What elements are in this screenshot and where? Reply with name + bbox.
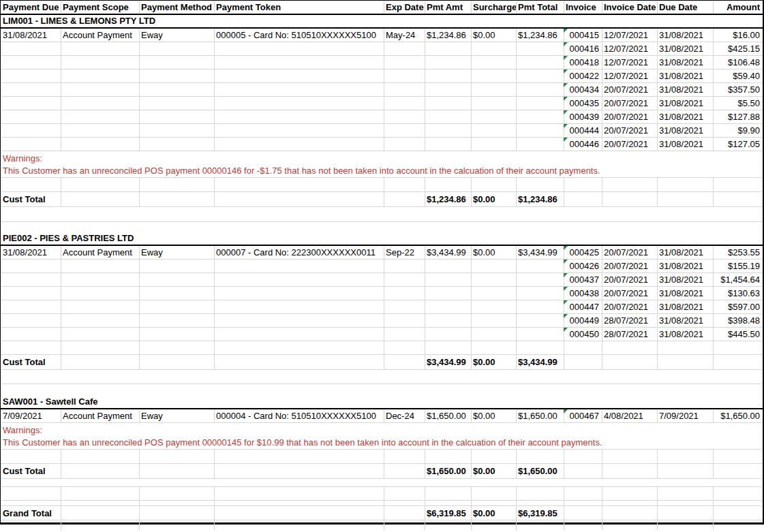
cust-total-pmt-amt[interactable]: $1,234.86 [425,193,471,206]
grand-total-label[interactable]: Grand Total [1,507,61,520]
cell-amount[interactable]: $398.48 [713,314,763,327]
cell-pmt-amt[interactable]: $1,650.00 [425,409,471,422]
cell-due-date[interactable]: 31/08/2021 [657,83,713,96]
cell-amount[interactable]: $1,454.64 [713,273,763,286]
cust-total-pmt-total[interactable]: $1,234.86 [516,193,564,206]
col-header-payment-due[interactable]: Payment Due [1,1,61,14]
cell-amount[interactable]: $5.50 [713,97,763,110]
cell-amount[interactable]: $9.90 [713,124,763,137]
cell-pmt-amt[interactable]: $3,434.99 [425,246,471,259]
cell-due-date[interactable]: 31/08/2021 [657,314,713,327]
cell-invoice-number[interactable]: 000446 [564,138,602,151]
cell-due-date[interactable]: 31/08/2021 [657,97,713,110]
col-header-exp-date[interactable]: Exp Date [384,1,425,14]
cell-invoice-number[interactable]: 000444 [564,124,602,137]
cell-invoice-number[interactable]: 000418 [564,56,602,69]
col-header-pmt-total[interactable]: Pmt Total [516,1,564,14]
cell-invoice-number[interactable]: 000450 [564,328,602,341]
cell-amount[interactable]: $1,650.00 [713,409,763,422]
cell-pmt-total[interactable]: $3,434.99 [516,246,564,259]
cell-surcharge[interactable]: $0.00 [471,246,516,259]
cust-total-surcharge[interactable]: $0.00 [471,193,516,206]
cust-total-surcharge[interactable]: $0.00 [471,356,516,369]
cell-surcharge[interactable]: $0.00 [471,409,516,422]
cell-exp-date[interactable]: Dec-24 [384,409,425,422]
cust-total-label[interactable]: Cust Total [1,465,61,478]
cell-payment-method[interactable]: Eway [139,29,214,42]
cust-total-pmt-total[interactable]: $1,650.00 [516,465,564,478]
cell-due-date[interactable]: 31/08/2021 [657,29,713,42]
cell-invoice-number[interactable]: 000425 [564,246,602,259]
cell-due-date[interactable]: 31/08/2021 [657,124,713,137]
cell-invoice-date[interactable]: 20/07/2021 [602,246,657,259]
cell-pmt-total[interactable]: $1,234.86 [516,29,564,42]
cell-due-date[interactable]: 31/08/2021 [657,42,713,55]
col-header-payment-method[interactable]: Payment Method [139,1,214,14]
grand-total-surcharge[interactable]: $0.00 [471,507,516,520]
cell-due-date[interactable]: 31/08/2021 [657,56,713,69]
grand-total-pmt-amt[interactable]: $6,319.85 [425,507,471,520]
cell-invoice-date[interactable]: 12/07/2021 [602,56,657,69]
cell-amount[interactable]: $59.40 [713,69,763,82]
cell-due-date[interactable]: 31/08/2021 [657,260,713,272]
cell-invoice-number[interactable]: 000416 [564,42,602,55]
cell-invoice-number[interactable]: 000467 [564,409,602,422]
cell-amount[interactable]: $106.48 [713,56,763,69]
cell-invoice-number[interactable]: 000434 [564,83,602,96]
col-header-invoice-date[interactable]: Invoice Date [602,1,657,14]
cell-due-date[interactable]: 31/08/2021 [657,110,713,123]
cell-invoice-date[interactable]: 4/08/2021 [602,409,657,422]
cell-payment-due[interactable]: 7/09/2021 [1,409,61,422]
cell-invoice-date[interactable]: 12/07/2021 [602,29,657,42]
customer-header-saw001[interactable]: SAW001 - Sawtell Cafe [1,396,763,409]
cell-invoice-number[interactable]: 000437 [564,273,602,286]
cell-payment-method[interactable]: Eway [139,409,214,422]
cell-payment-scope[interactable]: Account Payment [61,409,139,422]
cell-payment-due[interactable]: 31/08/2021 [1,29,61,42]
cust-total-pmt-amt[interactable]: $1,650.00 [425,465,471,478]
cell-invoice-date[interactable]: 20/07/2021 [602,83,657,96]
cell-invoice-date[interactable]: 20/07/2021 [602,300,657,313]
cust-total-pmt-total[interactable]: $3,434.99 [516,356,564,369]
cell-pmt-amt[interactable]: $1,234.86 [425,29,471,42]
cell-due-date[interactable]: 31/08/2021 [657,287,713,300]
cell-invoice-number[interactable]: 000447 [564,300,602,313]
cell-exp-date[interactable]: May-24 [384,29,425,42]
cell-amount[interactable]: $127.88 [713,110,763,123]
cell-payment-scope[interactable]: Account Payment [61,246,139,259]
cell-invoice-number[interactable]: 000438 [564,287,602,300]
cell-payment-scope[interactable]: Account Payment [61,29,139,42]
cell-amount[interactable]: $425.15 [713,42,763,55]
cell-due-date[interactable]: 31/08/2021 [657,69,713,82]
cell-amount[interactable]: $155.19 [713,260,763,272]
col-header-payment-scope[interactable]: Payment Scope [61,1,139,14]
cell-due-date[interactable]: 7/09/2021 [657,409,713,422]
cell-amount[interactable]: $127.05 [713,138,763,151]
cell-invoice-date[interactable]: 12/07/2021 [602,69,657,82]
col-header-invoice[interactable]: Invoice [564,1,602,14]
cell-amount[interactable]: $130.63 [713,287,763,300]
cell-invoice-number[interactable]: 000422 [564,69,602,82]
cell-due-date[interactable]: 31/08/2021 [657,138,713,151]
cust-total-label[interactable]: Cust Total [1,356,61,369]
cell-invoice-date[interactable]: 20/07/2021 [602,97,657,110]
cell-due-date[interactable]: 31/08/2021 [657,300,713,313]
cell-invoice-date[interactable]: 20/07/2021 [602,273,657,286]
cell-invoice-number[interactable]: 000439 [564,110,602,123]
cell-due-date[interactable]: 31/08/2021 [657,328,713,341]
cell-amount[interactable]: $253.55 [713,246,763,259]
col-header-surcharge[interactable]: Surcharge [471,1,516,14]
cell-amount[interactable]: $597.00 [713,300,763,313]
cell-exp-date[interactable]: Sep-22 [384,246,425,259]
cell-payment-token[interactable]: 000007 - Card No: 222300XXXXXX0011 [214,246,384,259]
cell-surcharge[interactable]: $0.00 [471,29,516,42]
col-header-amount[interactable]: Amount [713,1,763,14]
cell-invoice-number[interactable]: 000435 [564,97,602,110]
cust-total-pmt-amt[interactable]: $3,434.99 [425,356,471,369]
cust-total-label[interactable]: Cust Total [1,193,61,206]
cell-amount[interactable]: $16.00 [713,29,763,42]
cell-payment-method[interactable]: Eway [139,246,214,259]
col-header-payment-token[interactable]: Payment Token [214,1,384,14]
cell-amount[interactable]: $445.50 [713,328,763,341]
cell-due-date[interactable]: 31/08/2021 [657,273,713,286]
